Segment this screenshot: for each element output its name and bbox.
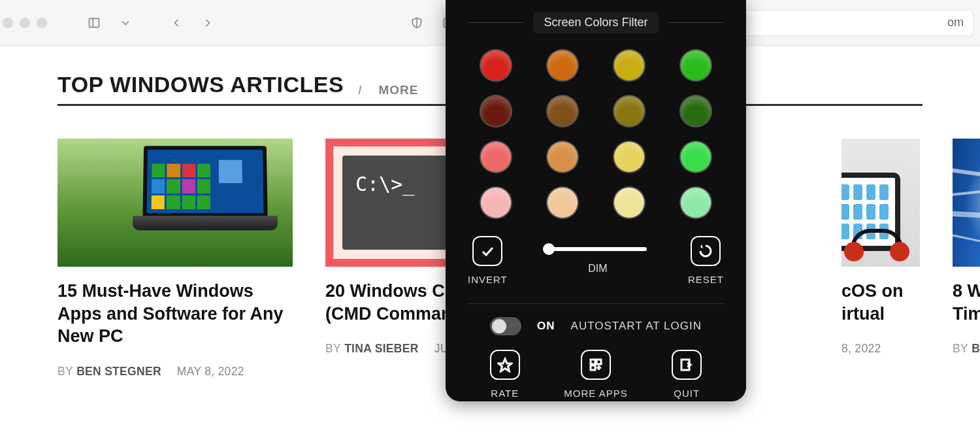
back-button[interactable] <box>165 11 188 35</box>
article-byline: BY BEN STEGNER MAY 8, 2022 <box>57 365 293 379</box>
color-swatch-7[interactable] <box>681 96 711 126</box>
color-swatch-12[interactable] <box>481 188 511 218</box>
laptop-illustration <box>133 146 272 237</box>
article-title: 8 Ways to Fix Times in Wind <box>953 280 980 325</box>
color-swatch-8[interactable] <box>481 142 511 172</box>
section-title: TOP WINDOWS ARTICLES <box>57 72 344 97</box>
color-swatch-15[interactable] <box>681 188 711 218</box>
article-title: cOS on irtual <box>841 280 920 325</box>
article-date: MAY 8, 2022 <box>177 365 244 379</box>
autostart-toggle[interactable] <box>490 317 521 335</box>
apps-icon <box>588 357 604 373</box>
author-name: BEN STEGNER <box>76 365 161 378</box>
color-swatch-4[interactable] <box>481 96 511 126</box>
color-swatch-6[interactable] <box>614 96 644 126</box>
article-card[interactable]: cOS on irtual 8, 2022 <box>841 139 920 379</box>
article-thumbnail <box>953 139 980 267</box>
article-byline: BY BEN STEGNER D <box>953 342 980 356</box>
rate-button[interactable] <box>490 350 520 380</box>
quit-button[interactable] <box>672 350 702 380</box>
color-swatch-5[interactable] <box>547 96 578 126</box>
color-swatch-0[interactable] <box>481 50 511 80</box>
color-swatch-10[interactable] <box>614 142 644 172</box>
toggle-knob <box>492 319 506 333</box>
traffic-lights <box>3 18 47 28</box>
author-name: TINA SIEBER <box>344 342 419 355</box>
privacy-shield-icon[interactable] <box>405 11 429 35</box>
reset-icon <box>698 243 713 259</box>
svg-rect-11 <box>596 360 601 364</box>
section-more-link[interactable]: MORE <box>378 83 418 97</box>
forward-button[interactable] <box>196 11 220 35</box>
svg-rect-0 <box>90 18 99 27</box>
panel-title: Screen Colors Filter <box>533 12 658 33</box>
more-apps-button[interactable] <box>581 350 611 380</box>
article-card[interactable]: 15 Must-Have Windows Apps and Software f… <box>57 139 293 379</box>
invert-button[interactable] <box>472 236 502 266</box>
minimize-window-button[interactable] <box>20 18 30 28</box>
invert-label: INVERT <box>468 274 508 285</box>
article-title: 15 Must-Have Windows Apps and Software f… <box>57 280 293 348</box>
close-window-button[interactable] <box>3 18 13 28</box>
headphones-illustration <box>844 229 916 261</box>
more-apps-label: MORE APPS <box>564 388 627 399</box>
color-swatch-11[interactable] <box>681 142 711 172</box>
reset-label: RESET <box>688 274 724 285</box>
dim-slider[interactable] <box>549 247 647 251</box>
color-swatch-9[interactable] <box>547 142 578 172</box>
article-date: 8, 2022 <box>841 342 881 356</box>
svg-rect-10 <box>591 360 595 364</box>
url-text: om <box>947 16 964 29</box>
reset-button[interactable] <box>691 236 721 266</box>
on-label: ON <box>537 320 555 333</box>
color-swatch-14[interactable] <box>614 188 644 218</box>
zoom-window-button[interactable] <box>37 18 47 28</box>
color-swatch-2[interactable] <box>614 50 644 80</box>
tab-groups-dropdown[interactable] <box>114 11 137 35</box>
star-icon <box>497 357 513 373</box>
article-byline: 8, 2022 <box>841 342 920 356</box>
check-icon <box>480 243 495 259</box>
article-thumbnail <box>841 139 920 267</box>
article-thumbnail <box>57 139 293 267</box>
separator-slash: / <box>358 83 364 97</box>
divider <box>468 303 724 304</box>
color-swatch-13[interactable] <box>547 188 578 218</box>
svg-marker-9 <box>498 359 512 371</box>
article-card[interactable]: 8 Ways to Fix Times in Wind BY BEN STEGN… <box>953 139 980 379</box>
color-swatch-3[interactable] <box>681 50 711 80</box>
divider <box>668 22 724 23</box>
quit-label: QUIT <box>674 388 700 399</box>
exit-icon <box>679 357 694 373</box>
color-swatch-grid <box>468 45 724 224</box>
divider <box>468 22 524 23</box>
autostart-label: AUTOSTART AT LOGIN <box>571 320 702 333</box>
rate-label: RATE <box>491 388 519 399</box>
color-swatch-1[interactable] <box>547 50 578 80</box>
dim-label: DIM <box>588 263 607 275</box>
svg-rect-12 <box>591 365 595 370</box>
screen-colors-filter-panel: Screen Colors Filter INVERT DIM RESET <box>446 0 746 401</box>
slider-knob[interactable] <box>543 243 555 255</box>
sidebar-toggle-button[interactable] <box>82 11 106 35</box>
cmd-text: C:\>_ <box>355 173 414 195</box>
author-name: BEN STEGNER <box>972 342 980 355</box>
svg-rect-15 <box>681 360 689 370</box>
